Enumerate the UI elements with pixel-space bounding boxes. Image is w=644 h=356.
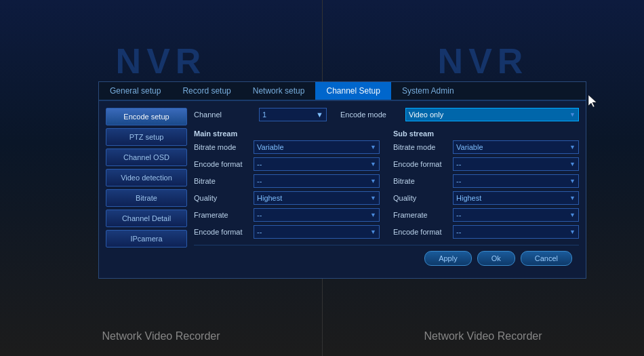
main-quality-row: Quality Highest ▼ xyxy=(194,191,380,205)
main-bitrate-label: Bitrate xyxy=(194,177,254,185)
sub-bitrate-arrow: ▼ xyxy=(569,178,576,184)
main-encode-format2-row: Encode format -- ▼ xyxy=(194,225,380,239)
sub-encode-format-select[interactable]: -- ▼ xyxy=(453,157,579,171)
main-bitrate-mode-value: Variable xyxy=(257,143,284,151)
sub-encode-format-row: Encode format -- ▼ xyxy=(393,157,579,171)
sub-stream-col: Sub stream Bitrate mode Variable ▼ Encod… xyxy=(393,130,579,242)
encode-mode-value: Video only xyxy=(409,111,443,119)
tab-network-setup[interactable]: Network setup xyxy=(242,82,316,100)
sub-framerate-row: Framerate -- ▼ xyxy=(393,208,579,222)
encode-mode-select[interactable]: Video only ▼ xyxy=(405,108,579,121)
main-encode-format-value: -- xyxy=(257,160,262,168)
sub-bitrate-mode-row: Bitrate mode Variable ▼ xyxy=(393,140,579,154)
main-encode-format2-label: Encode format xyxy=(194,228,254,236)
sub-quality-label: Quality xyxy=(393,194,453,202)
main-quality-value: Highest xyxy=(257,194,282,202)
tab-general-setup[interactable]: General setup xyxy=(99,82,172,100)
sub-encode-format2-select[interactable]: -- ▼ xyxy=(453,225,579,239)
channel-select[interactable]: 1 ▼ xyxy=(259,108,327,121)
sub-bitrate-row: Bitrate -- ▼ xyxy=(393,174,579,188)
sub-framerate-label: Framerate xyxy=(393,211,453,219)
main-bitrate-value: -- xyxy=(257,177,262,185)
main-bitrate-select[interactable]: -- ▼ xyxy=(254,174,380,188)
bottom-label-left: Network Video Recorder xyxy=(102,330,220,342)
sub-bitrate-mode-value: Variable xyxy=(456,143,483,151)
sub-quality-select[interactable]: Highest ▼ xyxy=(453,191,579,205)
main-encode-format2-arrow: ▼ xyxy=(370,229,376,235)
nvr-watermark-left: NVR xyxy=(116,41,207,81)
sub-encode-format-arrow: ▼ xyxy=(569,161,576,167)
dialog-body: Encode setup PTZ setup Channel OSD Video… xyxy=(99,101,586,278)
channel-label: Channel xyxy=(194,111,254,119)
sidebar: Encode setup PTZ setup Channel OSD Video… xyxy=(106,108,187,271)
sub-bitrate-mode-arrow: ▼ xyxy=(569,144,576,151)
main-encode-format-row: Encode format -- ▼ xyxy=(194,157,380,171)
sub-quality-arrow: ▼ xyxy=(569,195,576,201)
main-framerate-label: Framerate xyxy=(194,211,254,219)
main-framerate-row: Framerate -- ▼ xyxy=(194,208,380,222)
tab-system-admin[interactable]: System Admin xyxy=(391,82,465,100)
main-framerate-arrow: ▼ xyxy=(370,212,376,218)
sub-framerate-arrow: ▼ xyxy=(569,212,576,218)
sub-quality-value: Highest xyxy=(456,194,481,202)
encode-mode-dropdown-arrow: ▼ xyxy=(569,111,576,118)
sub-encode-format-label: Encode format xyxy=(393,160,453,168)
main-encode-format-label: Encode format xyxy=(194,160,254,168)
sidebar-item-channel-detail[interactable]: Channel Detail xyxy=(106,210,187,227)
main-bitrate-mode-arrow: ▼ xyxy=(370,144,376,151)
main-encode-format-arrow: ▼ xyxy=(370,161,376,167)
sub-quality-row: Quality Highest ▼ xyxy=(393,191,579,205)
dialog-footer: Apply Ok Cancel xyxy=(194,245,579,271)
sub-encode-format2-row: Encode format -- ▼ xyxy=(393,225,579,239)
sidebar-item-ipcamera[interactable]: IPcamera xyxy=(106,230,187,248)
sub-encode-format2-label: Encode format xyxy=(393,228,453,236)
sub-bitrate-label: Bitrate xyxy=(393,177,453,185)
form-columns: Main stream Bitrate mode Variable ▼ Enco… xyxy=(194,130,579,242)
main-bitrate-mode-row: Bitrate mode Variable ▼ xyxy=(194,140,380,154)
main-quality-select[interactable]: Highest ▼ xyxy=(254,191,380,205)
nvr-watermark-right: NVR xyxy=(438,41,529,81)
sub-encode-format2-value: -- xyxy=(456,228,461,236)
main-encode-format2-value: -- xyxy=(257,228,262,236)
sub-stream-label: Sub stream xyxy=(393,130,579,138)
sub-bitrate-value: -- xyxy=(456,177,461,185)
ok-button[interactable]: Ok xyxy=(477,251,515,266)
screen: NVR Network Video Recorder NVR Network V… xyxy=(0,0,644,356)
channel-dropdown-arrow: ▼ xyxy=(316,111,323,119)
sub-encode-format-value: -- xyxy=(456,160,461,168)
main-dialog: General setup Record setup Network setup… xyxy=(98,81,586,279)
main-framerate-value: -- xyxy=(257,211,262,219)
sub-bitrate-mode-select[interactable]: Variable ▼ xyxy=(453,140,579,154)
main-bitrate-arrow: ▼ xyxy=(370,178,376,184)
tab-record-setup[interactable]: Record setup xyxy=(172,82,241,100)
main-stream-label: Main stream xyxy=(194,130,380,138)
channel-encode-row: Channel 1 ▼ Encode mode Video only ▼ xyxy=(194,108,579,121)
main-bitrate-row: Bitrate -- ▼ xyxy=(194,174,380,188)
sub-bitrate-select[interactable]: -- ▼ xyxy=(453,174,579,188)
main-encode-format2-select[interactable]: -- ▼ xyxy=(254,225,380,239)
main-bitrate-mode-select[interactable]: Variable ▼ xyxy=(254,140,380,154)
tab-channel-setup[interactable]: Channel Setup xyxy=(315,82,390,100)
encode-mode-label: Encode mode xyxy=(340,111,400,119)
content-area: Channel 1 ▼ Encode mode Video only ▼ xyxy=(194,108,579,271)
sub-framerate-select[interactable]: -- ▼ xyxy=(453,208,579,222)
main-framerate-select[interactable]: -- ▼ xyxy=(254,208,380,222)
bottom-label-right: Network Video Recorder xyxy=(424,330,542,342)
cancel-button[interactable]: Cancel xyxy=(521,251,572,266)
sub-encode-format2-arrow: ▼ xyxy=(569,229,576,235)
sidebar-item-encode-setup[interactable]: Encode setup xyxy=(106,108,187,125)
sub-bitrate-mode-label: Bitrate mode xyxy=(393,143,453,151)
main-quality-arrow: ▼ xyxy=(370,195,376,201)
channel-value: 1 xyxy=(262,111,266,119)
sub-framerate-value: -- xyxy=(456,211,461,219)
tab-bar: General setup Record setup Network setup… xyxy=(99,82,586,101)
main-stream-col: Main stream Bitrate mode Variable ▼ Enco… xyxy=(194,130,380,242)
sidebar-item-ptz-setup[interactable]: PTZ setup xyxy=(106,128,187,146)
main-quality-label: Quality xyxy=(194,194,254,202)
main-bitrate-mode-label: Bitrate mode xyxy=(194,143,254,151)
sidebar-item-channel-osd[interactable]: Channel OSD xyxy=(106,149,187,166)
sidebar-item-bitrate[interactable]: Bitrate xyxy=(106,189,187,207)
sidebar-item-video-detection[interactable]: Video detection xyxy=(106,169,187,186)
main-encode-format-select[interactable]: -- ▼ xyxy=(254,157,380,171)
apply-button[interactable]: Apply xyxy=(424,251,472,266)
